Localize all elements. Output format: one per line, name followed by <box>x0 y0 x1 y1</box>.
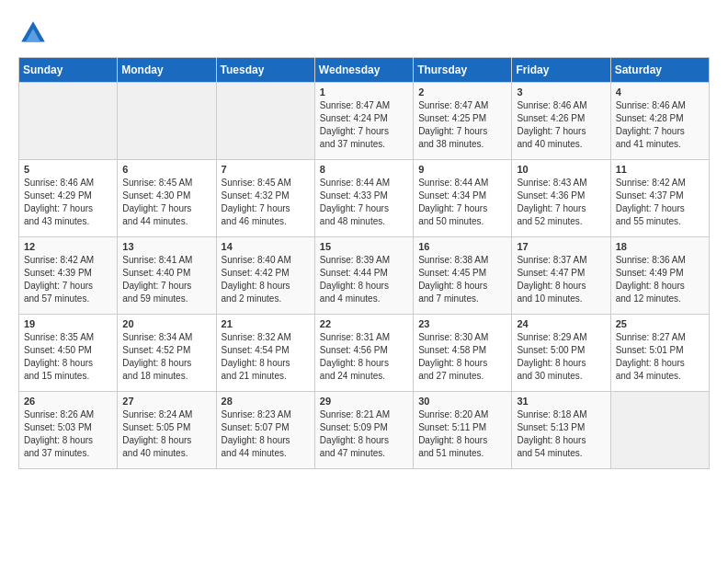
day-number: 28 <box>222 396 310 407</box>
day-info: Sunrise: 8:24 AM Sunset: 5:05 PM Dayligh… <box>122 408 210 460</box>
day-info: Sunrise: 8:43 AM Sunset: 4:36 PM Dayligh… <box>517 177 605 228</box>
day-number: 23 <box>418 318 506 329</box>
day-cell: 29Sunrise: 8:21 AM Sunset: 5:09 PM Dayli… <box>314 392 413 469</box>
day-cell: 19Sunrise: 8:35 AM Sunset: 4:50 PM Dayli… <box>19 315 118 392</box>
day-cell: 21Sunrise: 8:32 AM Sunset: 4:54 PM Dayli… <box>216 315 314 392</box>
day-cell: 8Sunrise: 8:44 AM Sunset: 4:33 PM Daylig… <box>314 160 413 237</box>
day-cell: 12Sunrise: 8:42 AM Sunset: 4:39 PM Dayli… <box>19 237 118 315</box>
day-info: Sunrise: 8:32 AM Sunset: 4:54 PM Dayligh… <box>222 331 310 383</box>
day-header-wednesday: Wednesday <box>314 58 413 83</box>
day-info: Sunrise: 8:38 AM Sunset: 4:45 PM Dayligh… <box>418 254 506 305</box>
day-cell: 23Sunrise: 8:30 AM Sunset: 4:58 PM Dayli… <box>414 315 512 392</box>
day-number: 25 <box>616 318 704 329</box>
day-info: Sunrise: 8:37 AM Sunset: 4:47 PM Dayligh… <box>517 254 605 305</box>
day-number: 29 <box>320 396 408 407</box>
day-cell <box>610 392 709 469</box>
day-cell <box>118 83 216 160</box>
day-number: 20 <box>122 318 210 329</box>
day-info: Sunrise: 8:30 AM Sunset: 4:58 PM Dayligh… <box>418 331 506 383</box>
day-cell: 31Sunrise: 8:18 AM Sunset: 5:13 PM Dayli… <box>512 392 610 469</box>
day-number: 31 <box>517 396 605 407</box>
logo-icon <box>18 18 48 48</box>
day-cell: 18Sunrise: 8:36 AM Sunset: 4:49 PM Dayli… <box>610 237 709 315</box>
day-number: 14 <box>222 241 310 252</box>
day-header-friday: Friday <box>512 58 610 83</box>
day-info: Sunrise: 8:44 AM Sunset: 4:33 PM Dayligh… <box>320 177 408 228</box>
day-header-sunday: Sunday <box>19 58 118 83</box>
week-row-2: 5Sunrise: 8:46 AM Sunset: 4:29 PM Daylig… <box>19 160 710 237</box>
day-number: 19 <box>24 318 112 329</box>
day-cell: 22Sunrise: 8:31 AM Sunset: 4:56 PM Dayli… <box>314 315 413 392</box>
day-number: 18 <box>616 241 704 252</box>
day-cell: 24Sunrise: 8:29 AM Sunset: 5:00 PM Dayli… <box>512 315 610 392</box>
day-info: Sunrise: 8:46 AM Sunset: 4:28 PM Dayligh… <box>616 99 704 151</box>
day-number: 30 <box>418 396 506 407</box>
day-info: Sunrise: 8:46 AM Sunset: 4:29 PM Dayligh… <box>24 177 112 228</box>
day-cell: 27Sunrise: 8:24 AM Sunset: 5:05 PM Dayli… <box>118 392 216 469</box>
day-cell: 30Sunrise: 8:20 AM Sunset: 5:11 PM Dayli… <box>414 392 512 469</box>
day-number: 17 <box>517 241 605 252</box>
day-info: Sunrise: 8:41 AM Sunset: 4:40 PM Dayligh… <box>122 254 210 305</box>
day-cell: 26Sunrise: 8:26 AM Sunset: 5:03 PM Dayli… <box>19 392 118 469</box>
day-cell: 13Sunrise: 8:41 AM Sunset: 4:40 PM Dayli… <box>118 237 216 315</box>
day-info: Sunrise: 8:34 AM Sunset: 4:52 PM Dayligh… <box>122 331 210 383</box>
day-info: Sunrise: 8:39 AM Sunset: 4:44 PM Dayligh… <box>320 254 408 305</box>
day-cell <box>216 83 314 160</box>
day-number: 16 <box>418 241 506 252</box>
day-number: 8 <box>320 164 408 175</box>
day-cell: 14Sunrise: 8:40 AM Sunset: 4:42 PM Dayli… <box>216 237 314 315</box>
day-number: 15 <box>320 241 408 252</box>
day-number: 1 <box>320 86 408 98</box>
day-number: 3 <box>517 86 605 98</box>
calendar-table: SundayMondayTuesdayWednesdayThursdayFrid… <box>18 57 710 469</box>
day-number: 21 <box>222 318 310 329</box>
day-cell: 11Sunrise: 8:42 AM Sunset: 4:37 PM Dayli… <box>610 160 709 237</box>
day-number: 26 <box>24 396 112 407</box>
day-cell: 4Sunrise: 8:46 AM Sunset: 4:28 PM Daylig… <box>610 83 709 160</box>
day-info: Sunrise: 8:42 AM Sunset: 4:37 PM Dayligh… <box>616 177 704 228</box>
day-cell: 20Sunrise: 8:34 AM Sunset: 4:52 PM Dayli… <box>118 315 216 392</box>
logo <box>18 18 51 48</box>
day-number: 24 <box>517 318 605 329</box>
day-info: Sunrise: 8:26 AM Sunset: 5:03 PM Dayligh… <box>24 408 112 460</box>
day-number: 2 <box>418 86 506 98</box>
day-info: Sunrise: 8:23 AM Sunset: 5:07 PM Dayligh… <box>222 408 310 460</box>
day-cell: 10Sunrise: 8:43 AM Sunset: 4:36 PM Dayli… <box>512 160 610 237</box>
day-info: Sunrise: 8:45 AM Sunset: 4:32 PM Dayligh… <box>222 177 310 228</box>
day-info: Sunrise: 8:36 AM Sunset: 4:49 PM Dayligh… <box>616 254 704 305</box>
day-info: Sunrise: 8:42 AM Sunset: 4:39 PM Dayligh… <box>24 254 112 305</box>
day-info: Sunrise: 8:20 AM Sunset: 5:11 PM Dayligh… <box>418 408 506 460</box>
day-number: 11 <box>616 164 704 175</box>
day-info: Sunrise: 8:47 AM Sunset: 4:25 PM Dayligh… <box>418 99 506 151</box>
day-number: 12 <box>24 241 112 252</box>
day-header-tuesday: Tuesday <box>216 58 314 83</box>
page: SundayMondayTuesdayWednesdayThursdayFrid… <box>0 0 728 480</box>
day-info: Sunrise: 8:46 AM Sunset: 4:26 PM Dayligh… <box>517 99 605 151</box>
day-cell: 1Sunrise: 8:47 AM Sunset: 4:24 PM Daylig… <box>314 83 413 160</box>
day-cell: 7Sunrise: 8:45 AM Sunset: 4:32 PM Daylig… <box>216 160 314 237</box>
header-row: SundayMondayTuesdayWednesdayThursdayFrid… <box>19 58 710 83</box>
day-cell: 5Sunrise: 8:46 AM Sunset: 4:29 PM Daylig… <box>19 160 118 237</box>
week-row-3: 12Sunrise: 8:42 AM Sunset: 4:39 PM Dayli… <box>19 237 710 315</box>
day-info: Sunrise: 8:35 AM Sunset: 4:50 PM Dayligh… <box>24 331 112 383</box>
day-cell <box>19 83 118 160</box>
day-header-saturday: Saturday <box>610 58 709 83</box>
week-row-4: 19Sunrise: 8:35 AM Sunset: 4:50 PM Dayli… <box>19 315 710 392</box>
day-number: 5 <box>24 164 112 175</box>
day-number: 13 <box>122 241 210 252</box>
week-row-5: 26Sunrise: 8:26 AM Sunset: 5:03 PM Dayli… <box>19 392 710 469</box>
day-cell: 6Sunrise: 8:45 AM Sunset: 4:30 PM Daylig… <box>118 160 216 237</box>
week-row-1: 1Sunrise: 8:47 AM Sunset: 4:24 PM Daylig… <box>19 83 710 160</box>
day-number: 9 <box>418 164 506 175</box>
day-header-monday: Monday <box>118 58 216 83</box>
day-info: Sunrise: 8:45 AM Sunset: 4:30 PM Dayligh… <box>122 177 210 228</box>
day-number: 27 <box>122 396 210 407</box>
day-info: Sunrise: 8:27 AM Sunset: 5:01 PM Dayligh… <box>616 331 704 383</box>
day-number: 4 <box>616 86 704 98</box>
day-cell: 15Sunrise: 8:39 AM Sunset: 4:44 PM Dayli… <box>314 237 413 315</box>
day-cell: 25Sunrise: 8:27 AM Sunset: 5:01 PM Dayli… <box>610 315 709 392</box>
day-info: Sunrise: 8:21 AM Sunset: 5:09 PM Dayligh… <box>320 408 408 460</box>
day-number: 7 <box>222 164 310 175</box>
day-cell: 2Sunrise: 8:47 AM Sunset: 4:25 PM Daylig… <box>414 83 512 160</box>
day-info: Sunrise: 8:18 AM Sunset: 5:13 PM Dayligh… <box>517 408 605 460</box>
